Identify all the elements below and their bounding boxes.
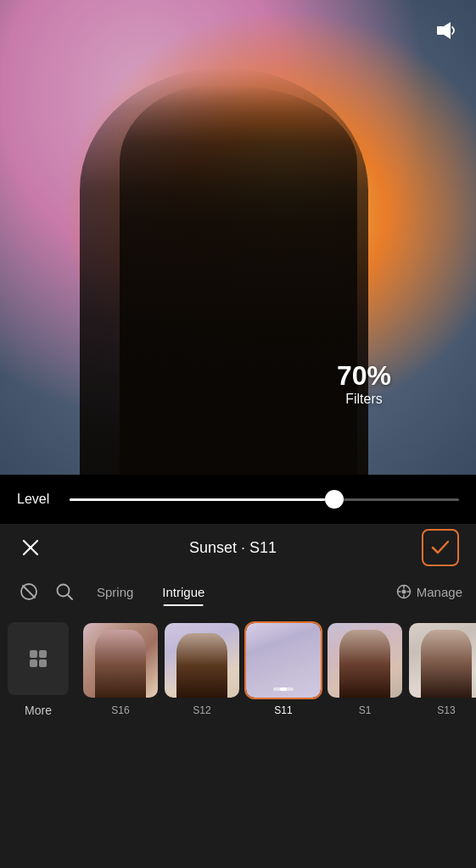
svg-rect-16 (39, 659, 47, 667)
s11-indicator (273, 687, 294, 691)
filter-tabs: Spring Intrigue Manage (0, 571, 476, 612)
filter-s11[interactable]: S11 (246, 623, 321, 716)
level-slider[interactable] (70, 498, 459, 501)
filter-percent: 70% (337, 360, 391, 392)
filter-s13[interactable]: S13 (409, 623, 476, 716)
manage-label: Manage (417, 585, 462, 599)
filter-label: Filters (337, 392, 391, 407)
speaker-icon[interactable] (428, 14, 462, 47)
filter-thumb-s11 (246, 623, 321, 698)
more-box (8, 622, 69, 695)
photo-area: 70% Filters (0, 0, 476, 475)
close-button[interactable] (17, 534, 44, 561)
filter-thumb-s13 (409, 623, 476, 698)
svg-point-8 (401, 590, 406, 594)
filter-code-s1: S1 (359, 704, 372, 716)
svg-rect-0 (437, 26, 444, 35)
filter-thumb-s1 (328, 623, 402, 698)
svg-rect-14 (39, 650, 47, 658)
filter-s1[interactable]: S1 (328, 623, 402, 716)
confirm-button[interactable] (422, 529, 459, 566)
tab-spring[interactable]: Spring (85, 580, 145, 604)
filter-code-s13: S13 (437, 704, 455, 716)
filter-code-s11: S11 (274, 704, 292, 716)
tab-manage[interactable]: Manage (396, 584, 462, 599)
filter-code-s16: S16 (111, 704, 129, 716)
slider-fill (70, 498, 334, 501)
svg-rect-13 (30, 650, 37, 658)
level-container: Level (0, 475, 476, 524)
hair-overlay (120, 85, 357, 475)
svg-line-6 (68, 595, 72, 599)
slider-thumb[interactable] (325, 490, 344, 509)
title-bar: Sunset · S11 (0, 524, 476, 571)
tab-search[interactable] (49, 576, 80, 607)
filter-s16[interactable]: S16 (83, 623, 158, 716)
filter-more-button[interactable]: More (0, 622, 76, 717)
svg-rect-15 (30, 659, 37, 667)
filter-thumb-s16 (83, 623, 158, 698)
filter-thumb-s12 (165, 623, 239, 698)
filter-s12[interactable]: S12 (165, 623, 239, 716)
level-label: Level (17, 492, 56, 507)
bottom-panel: Sunset · S11 Spring Intrigue (0, 524, 476, 868)
panel-title: Sunset · S11 (189, 539, 277, 557)
filter-row: More S16 S12 S11 S1 (0, 612, 476, 724)
tab-no-filter[interactable] (14, 576, 44, 607)
filter-code-s12: S12 (193, 704, 210, 716)
more-label: More (25, 704, 52, 717)
tab-intrigue[interactable]: Intrigue (150, 580, 216, 604)
svg-line-4 (23, 586, 35, 598)
filter-overlay: 70% Filters (337, 360, 391, 407)
